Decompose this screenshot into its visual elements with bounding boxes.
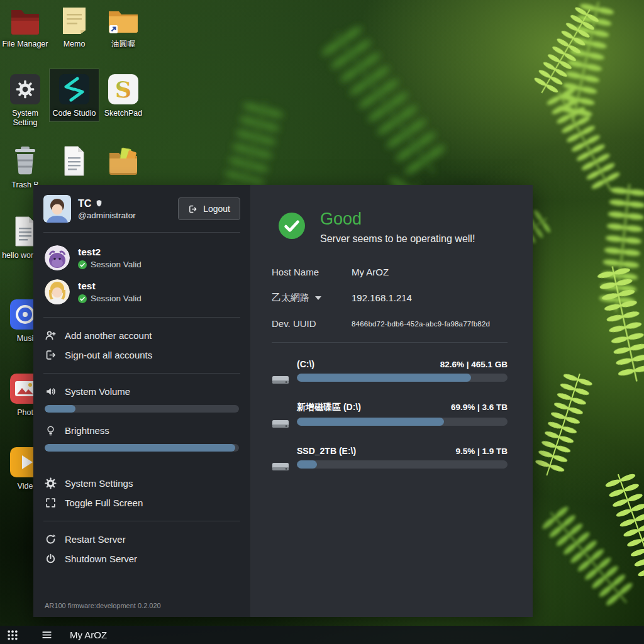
divider: [272, 342, 508, 343]
fullscreen-icon: [45, 497, 57, 509]
user-handle: @administrator: [78, 211, 171, 220]
drive-icon: [272, 374, 289, 386]
disk-usage-bar: [297, 460, 508, 469]
menu-item-label: Add another account: [65, 330, 152, 341]
disk-name: 新增磁碟區 (D:\): [297, 402, 361, 413]
account-name: test: [78, 280, 142, 292]
brightness-slider[interactable]: [45, 444, 239, 452]
power-icon: [45, 553, 57, 565]
session-status: Session Valid: [91, 294, 142, 303]
account-name: test2: [78, 247, 142, 258]
taskbar-title: My ArOZ: [70, 630, 107, 640]
svg-text:S: S: [115, 76, 131, 103]
disk-row-e: SSD_2TB (E:\) 9.5% | 1.9 TB: [272, 446, 508, 473]
gear-icon: [45, 477, 57, 489]
desktop-icon-shortcut-folder[interactable]: 油圓喔: [99, 0, 148, 52]
restart-server-item[interactable]: Restart Server: [43, 530, 240, 549]
code-studio-icon: [57, 72, 92, 107]
system-settings-item[interactable]: System Settings: [43, 474, 240, 493]
signout-icon: [45, 349, 57, 361]
disk-usage-bar: [297, 374, 508, 382]
brightness-label: Brightness: [65, 425, 109, 436]
folder-shortcut-icon: [106, 3, 141, 38]
disk-usage-fill: [297, 460, 317, 469]
folder-files-icon: [106, 143, 141, 179]
signout-all-item[interactable]: Sign-out all accounts: [43, 345, 240, 365]
disk-row-d: 新增磁碟區 (D:\) 69.9% | 3.6 TB: [272, 402, 508, 430]
system-volume-row: System Volume: [43, 382, 240, 401]
account-item-test[interactable]: test Session Valid: [43, 275, 240, 309]
disk-row-c: (C:\) 82.6% | 465.1 GB: [272, 359, 508, 386]
restart-icon: [45, 533, 57, 545]
user-plus-icon: [45, 330, 57, 341]
menu-item-label: Shutdown Server: [65, 553, 137, 564]
drive-icon: [272, 460, 289, 473]
icon-label: File Manager: [2, 40, 48, 49]
network-dropdown[interactable]: 乙太網路: [272, 292, 352, 304]
status-title: Good: [320, 210, 475, 229]
disk-name: SSD_2TB (E:\): [297, 446, 356, 456]
info-row-hostname: Host Name My ArOZ: [272, 265, 508, 280]
account-item-test2[interactable]: test2 Session Valid: [43, 241, 240, 275]
desktop-icon-code-studio[interactable]: Code Studio: [50, 69, 99, 121]
divider: [43, 521, 240, 521]
brightness-row: Brightness: [43, 421, 240, 440]
server-status-panel: Good Server seems to be operating well! …: [250, 185, 533, 617]
session-status: Session Valid: [91, 260, 142, 269]
bulb-icon: [45, 425, 57, 436]
menu-item-label: Restart Server: [65, 534, 126, 545]
user-menu: TC @administrator Logout test2: [33, 185, 250, 617]
user-avatar: [43, 195, 71, 223]
volume-slider-fill: [45, 405, 75, 413]
speaker-icon: [45, 386, 57, 397]
drive-icon: [272, 418, 289, 430]
disk-usage-fill: [297, 374, 471, 382]
desktop-icon-memo[interactable]: Memo: [50, 0, 99, 52]
icon-label: Code Studio: [51, 109, 97, 118]
sketchpad-icon: S: [106, 72, 141, 107]
toggle-fullscreen-item[interactable]: Toggle Full Screen: [43, 493, 240, 513]
menu-icon[interactable]: [41, 629, 53, 641]
desktop-icon-system-setting[interactable]: System Setting: [1, 69, 50, 131]
add-account-item[interactable]: Add another account: [43, 326, 240, 345]
logout-button[interactable]: Logout: [178, 197, 240, 220]
trash-icon: [8, 143, 43, 179]
taskbar: My ArOZ: [0, 626, 644, 644]
account-avatar: [45, 245, 70, 270]
user-name: TC: [78, 198, 91, 209]
disk-usage-fill: [297, 418, 444, 426]
desktop-icon-folder-files[interactable]: [99, 141, 148, 184]
divider: [43, 232, 240, 233]
info-row-network: 乙太網路 192.168.1.214: [272, 291, 508, 306]
icon-label: System Setting: [2, 109, 48, 128]
info-label: Host Name: [272, 267, 319, 277]
file-manager-icon: [8, 3, 43, 38]
logout-icon: [188, 204, 197, 214]
menu-item-label: Sign-out all accounts: [65, 350, 152, 360]
brightness-slider-fill: [45, 444, 235, 452]
session-valid-icon: [78, 260, 87, 269]
info-row-uuid: Dev. UUID 8466bd72-bdb6-452a-abc9-fa98a7…: [272, 316, 508, 331]
volume-slider[interactable]: [45, 405, 239, 413]
hostname-value: My ArOZ: [352, 267, 389, 277]
session-valid-icon: [78, 294, 87, 303]
desktop-icon-file-manager[interactable]: File Manager: [1, 0, 50, 52]
disk-usage: 82.6% | 465.1 GB: [440, 360, 508, 369]
server-info: Host Name My ArOZ 乙太網路 192.168.1.214 Dev…: [272, 265, 508, 331]
shutdown-server-item[interactable]: Shutdown Server: [43, 549, 240, 569]
app-launcher-icon[interactable]: [6, 629, 19, 641]
status-message: Server seems to be operating well!: [320, 233, 475, 245]
admin-shield-icon: [95, 199, 103, 208]
device-uuid-value: 8466bd72-bdb6-452a-abc9-fa98a77fb82d: [352, 320, 490, 328]
disk-usage: 69.9% | 3.6 TB: [451, 402, 508, 412]
menu-item-label: Toggle Full Screen: [65, 497, 143, 508]
disk-usage-bar: [297, 418, 508, 426]
divider: [43, 317, 240, 318]
menu-item-label: System Settings: [65, 478, 133, 489]
chevron-down-icon: [315, 296, 321, 300]
desktop-icon-notes[interactable]: [50, 141, 99, 184]
info-label: Dev. UUID: [272, 318, 316, 329]
desktop-icon-sketchpad[interactable]: S SketchPad: [99, 69, 148, 121]
firmware-version: AR100 firmware:development 0.2.020: [43, 597, 240, 611]
info-label: 乙太網路: [272, 292, 309, 304]
